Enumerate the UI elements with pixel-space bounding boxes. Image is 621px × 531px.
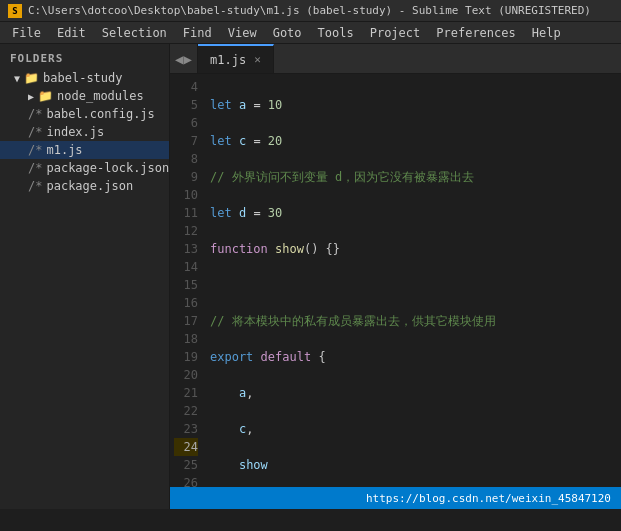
file-prefix-icon: /* xyxy=(28,143,42,157)
folders-header: FOLDERS xyxy=(0,44,169,69)
folder-label: babel-study xyxy=(43,71,122,85)
menu-file[interactable]: File xyxy=(4,24,49,42)
sidebar: FOLDERS ▼ 📁 babel-study ▶ 📁 node_modules… xyxy=(0,44,170,509)
line-num-24: 24 xyxy=(174,438,198,456)
line-num-11: 11 xyxy=(174,204,198,222)
line-num-26: 26 xyxy=(174,474,198,487)
line-num-21: 21 xyxy=(174,384,198,402)
main-layout: FOLDERS ▼ 📁 babel-study ▶ 📁 node_modules… xyxy=(0,44,621,509)
code-line-4: let a = 10 xyxy=(206,96,621,114)
menu-preferences[interactable]: Preferences xyxy=(428,24,523,42)
status-url: https://blog.csdn.net/weixin_45847120 xyxy=(366,492,611,505)
code-line-8: function show() {} xyxy=(206,240,621,258)
code-content[interactable]: let a = 10 let c = 20 // 外界访问不到变量 d，因为它没… xyxy=(206,74,621,487)
file-prefix-icon: /* xyxy=(28,179,42,193)
file-label: package.json xyxy=(46,179,133,193)
line-num-8: 8 xyxy=(174,150,198,168)
app-icon: S xyxy=(8,4,22,18)
code-line-14: show xyxy=(206,456,621,474)
title-bar: S C:\Users\dotcoo\Desktop\babel-study\m1… xyxy=(0,0,621,22)
menu-view[interactable]: View xyxy=(220,24,265,42)
line-num-6: 6 xyxy=(174,114,198,132)
menu-goto[interactable]: Goto xyxy=(265,24,310,42)
sidebar-item-package[interactable]: /* package.json xyxy=(0,177,169,195)
folder-icon: 📁 xyxy=(24,71,39,85)
folder-icon: 📁 xyxy=(38,89,53,103)
tab-nav-left[interactable]: ◀▶ xyxy=(170,44,198,73)
menu-project[interactable]: Project xyxy=(362,24,429,42)
sidebar-item-node-modules[interactable]: ▶ 📁 node_modules xyxy=(0,87,169,105)
sidebar-item-index[interactable]: /* index.js xyxy=(0,123,169,141)
editor-area: ◀▶ m1.js ✕ 4 5 6 7 8 9 10 11 12 13 14 15… xyxy=(170,44,621,509)
file-label: babel.config.js xyxy=(46,107,154,121)
status-bar: https://blog.csdn.net/weixin_45847120 xyxy=(170,487,621,509)
code-line-7: let d = 30 xyxy=(206,204,621,222)
code-line-6: // 外界访问不到变量 d，因为它没有被暴露出去 xyxy=(206,168,621,186)
line-num-14: 14 xyxy=(174,258,198,276)
tab-bar: ◀▶ m1.js ✕ xyxy=(170,44,621,74)
file-label: m1.js xyxy=(46,143,82,157)
menu-find[interactable]: Find xyxy=(175,24,220,42)
tab-m1js[interactable]: m1.js ✕ xyxy=(198,44,274,73)
line-num-10: 10 xyxy=(174,186,198,204)
code-area[interactable]: 4 5 6 7 8 9 10 11 12 13 14 15 16 17 18 1… xyxy=(170,74,621,487)
file-label: package-lock.json xyxy=(46,161,169,175)
sidebar-item-package-lock[interactable]: /* package-lock.json xyxy=(0,159,169,177)
file-prefix-icon: /* xyxy=(28,161,42,175)
menu-tools[interactable]: Tools xyxy=(310,24,362,42)
line-numbers: 4 5 6 7 8 9 10 11 12 13 14 15 16 17 18 1… xyxy=(170,74,206,487)
line-num-9: 9 xyxy=(174,168,198,186)
line-num-19: 19 xyxy=(174,348,198,366)
code-line-12: a, xyxy=(206,384,621,402)
line-num-4: 4 xyxy=(174,78,198,96)
sidebar-item-babel-config[interactable]: /* babel.config.js xyxy=(0,105,169,123)
menu-edit[interactable]: Edit xyxy=(49,24,94,42)
line-num-17: 17 xyxy=(174,312,198,330)
line-num-20: 20 xyxy=(174,366,198,384)
code-line-10: // 将本模块中的私有成员暴露出去，供其它模块使用 xyxy=(206,312,621,330)
code-line-13: c, xyxy=(206,420,621,438)
file-prefix-icon: /* xyxy=(28,107,42,121)
code-line-11: export default { xyxy=(206,348,621,366)
line-num-18: 18 xyxy=(174,330,198,348)
chevron-right-icon: ▶ xyxy=(28,91,34,102)
line-num-7: 7 xyxy=(174,132,198,150)
line-num-5: 5 xyxy=(174,96,198,114)
sidebar-item-babel-study[interactable]: ▼ 📁 babel-study xyxy=(0,69,169,87)
window-title: C:\Users\dotcoo\Desktop\babel-study\m1.j… xyxy=(28,4,591,17)
folder-label: node_modules xyxy=(57,89,144,103)
menu-help[interactable]: Help xyxy=(524,24,569,42)
chevron-down-icon: ▼ xyxy=(14,73,20,84)
file-prefix-icon: /* xyxy=(28,125,42,139)
line-num-22: 22 xyxy=(174,402,198,420)
line-num-23: 23 xyxy=(174,420,198,438)
line-num-25: 25 xyxy=(174,456,198,474)
menu-selection[interactable]: Selection xyxy=(94,24,175,42)
line-num-13: 13 xyxy=(174,240,198,258)
tab-close-icon[interactable]: ✕ xyxy=(254,53,261,66)
tab-label: m1.js xyxy=(210,53,246,67)
sidebar-item-m1[interactable]: /* m1.js xyxy=(0,141,169,159)
line-num-12: 12 xyxy=(174,222,198,240)
menu-bar: File Edit Selection Find View Goto Tools… xyxy=(0,22,621,44)
line-num-16: 16 xyxy=(174,294,198,312)
code-line-9 xyxy=(206,276,621,294)
code-line-5: let c = 20 xyxy=(206,132,621,150)
line-num-15: 15 xyxy=(174,276,198,294)
file-label: index.js xyxy=(46,125,104,139)
